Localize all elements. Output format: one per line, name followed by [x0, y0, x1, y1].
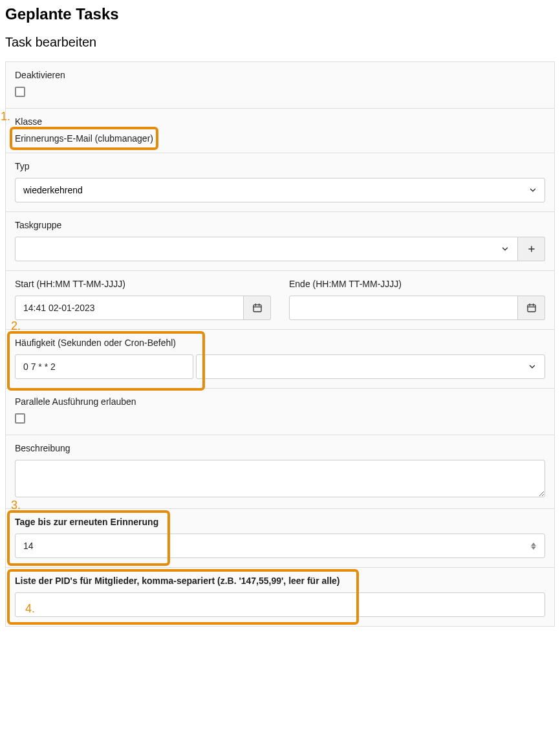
deactivate-checkbox[interactable]	[15, 87, 25, 97]
row-pid-list: Liste der PID's für Mitglieder, komma-se…	[6, 568, 554, 626]
parallel-checkbox[interactable]	[15, 413, 25, 424]
row-taskgroup: Taskgruppe	[6, 212, 554, 271]
row-description: Beschreibung 3.	[6, 435, 554, 509]
taskgroup-add-button[interactable]	[518, 237, 545, 261]
col-end: Ende (HH:MM TT-MM-JJJJ)	[289, 279, 545, 320]
reminder-days-input[interactable]	[15, 534, 545, 558]
start-label: Start (HH:MM TT-MM-JJJJ)	[15, 279, 271, 289]
row-start-end: Start (HH:MM TT-MM-JJJJ) 2. Ende (HH:MM …	[6, 271, 554, 330]
start-datepicker-button[interactable]	[244, 296, 271, 320]
type-select-value: wiederkehrend	[23, 185, 83, 195]
row-type: Typ wiederkehrend	[6, 153, 554, 212]
pid-list-label: Liste der PID's für Mitglieder, komma-se…	[15, 576, 545, 586]
spinner-up-icon	[531, 543, 536, 546]
taskgroup-label: Taskgruppe	[15, 220, 545, 230]
chevron-down-icon	[528, 362, 537, 371]
row-class: 1. Klasse Erinnerungs-E-Mail (clubmanage…	[6, 109, 554, 153]
pid-list-input[interactable]	[15, 592, 545, 617]
page-title: Geplante Tasks	[5, 5, 555, 23]
deactivate-label: Deaktivieren	[15, 70, 545, 80]
taskgroup-select[interactable]	[15, 237, 518, 261]
reminder-days-label: Tage bis zur erneuten Erinnerung	[15, 517, 545, 527]
chevron-down-icon	[501, 244, 510, 254]
row-parallel: Parallele Ausführung erlauben	[6, 389, 554, 435]
edit-task-form: Deaktivieren 1. Klasse Erinnerungs-E-Mai…	[5, 61, 555, 627]
row-reminder-days: Tage bis zur erneuten Erinnerung	[6, 509, 554, 568]
number-spinner[interactable]	[531, 540, 540, 552]
start-input[interactable]	[15, 296, 244, 320]
plus-icon	[527, 244, 536, 254]
page-subtitle: Task bearbeiten	[5, 35, 555, 50]
col-start: Start (HH:MM TT-MM-JJJJ) 2.	[15, 279, 271, 320]
calendar-icon	[252, 303, 263, 313]
end-input[interactable]	[289, 296, 518, 320]
frequency-input[interactable]	[15, 354, 193, 379]
description-textarea[interactable]	[15, 460, 545, 497]
description-label: Beschreibung	[15, 443, 545, 453]
end-datepicker-button[interactable]	[518, 296, 545, 320]
row-frequency: Häufigkeit (Sekunden oder Cron-Befehl)	[6, 330, 554, 389]
type-label: Typ	[15, 161, 545, 171]
frequency-label: Häufigkeit (Sekunden oder Cron-Befehl)	[15, 338, 545, 348]
svg-rect-6	[528, 305, 535, 312]
end-label: Ende (HH:MM TT-MM-JJJJ)	[289, 279, 545, 289]
annotation-number-1: 1.	[1, 110, 10, 124]
class-value: Erinnerungs-E-Mail (clubmanager)	[15, 133, 153, 144]
class-label: Klasse	[15, 116, 545, 127]
frequency-preset-select[interactable]	[196, 354, 545, 379]
parallel-label: Parallele Ausführung erlauben	[15, 396, 545, 407]
row-deactivate: Deaktivieren	[6, 62, 554, 109]
type-select[interactable]: wiederkehrend	[15, 178, 545, 202]
svg-rect-2	[253, 305, 261, 312]
spinner-down-icon	[531, 546, 536, 550]
calendar-icon	[526, 303, 537, 313]
